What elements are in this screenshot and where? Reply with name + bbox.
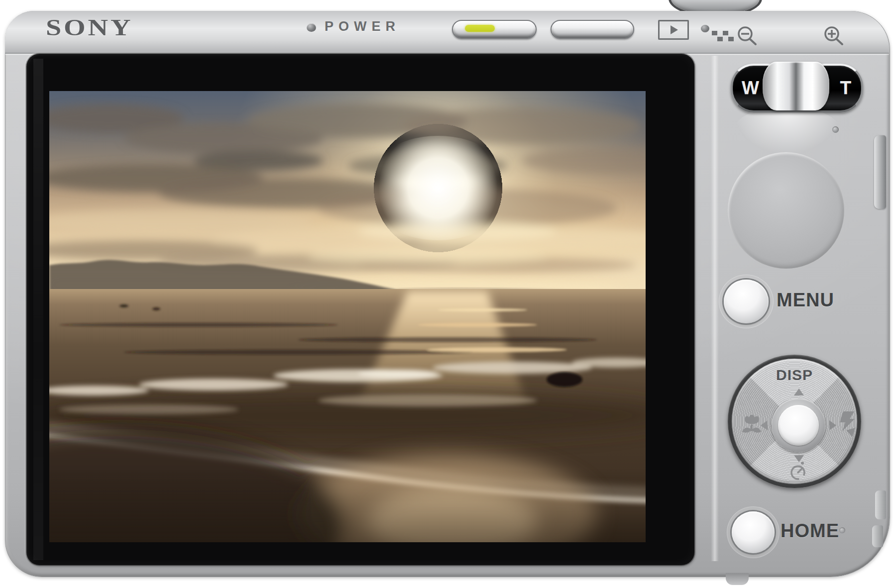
thumb-rest [728,152,844,269]
power-label: POWER [325,19,400,34]
rocker-highlight [734,106,840,154]
secondary-top-button[interactable] [551,20,634,39]
sunset-beach-photo [49,91,646,542]
dial-up-pointer[interactable] [794,389,804,395]
zoom-rocker-roller[interactable] [763,62,829,110]
zoom-in-icon [821,26,850,47]
zoom-wide-label: W [742,78,759,98]
dial-right-pointer[interactable] [829,420,836,430]
dial-left-pointer[interactable] [761,420,768,430]
zoom-tele-label: T [840,78,851,98]
brand-logo: SONY [46,15,228,41]
dial-down-pointer[interactable] [794,455,804,462]
control-dial-face[interactable]: DISP [732,359,857,484]
playback-triangle [671,25,678,34]
home-button[interactable] [732,511,775,553]
bottom-nub [726,573,749,585]
playback-icon [658,20,689,40]
flash-icon [837,410,858,440]
access-led-icon [701,25,709,32]
panel-sheen [711,56,719,561]
index-thumbnails-icon [712,31,734,42]
dial-center-button[interactable] [778,405,819,446]
menu-label: MENU [777,290,834,311]
control-dial[interactable]: DISP [728,355,861,488]
disp-label: DISP [732,367,857,384]
side-tab [875,490,886,519]
strap-lug [874,135,886,209]
power-indicator-stripe [465,25,495,32]
menu-button[interactable] [724,280,769,323]
power-button[interactable] [452,20,537,39]
home-label: HOME [781,520,839,542]
lcd-glass-reflection [33,59,43,560]
screw-dot-2 [839,527,845,533]
lcd-screen [26,54,694,565]
side-tab-2 [872,525,883,547]
self-timer-icon [787,459,809,482]
power-led-icon [307,23,316,32]
camera-back-photo: SONY POWER [0,0,896,588]
zoom-out-icon [735,26,764,47]
screw-dot [832,126,839,133]
dial-center-ring [772,398,825,452]
macro-flower-icon [740,412,763,438]
zoom-rocker[interactable]: W T [731,64,863,112]
